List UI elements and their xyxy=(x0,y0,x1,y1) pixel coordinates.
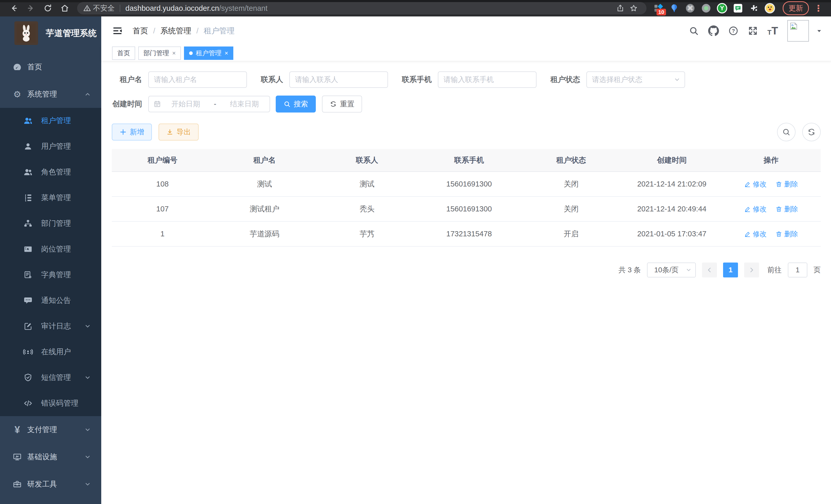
pagination: 共 3 条 10条/页 1 前往 页 xyxy=(112,263,821,277)
sidebar-item-notice[interactable]: 通知公告 xyxy=(0,288,101,314)
page-size-select[interactable]: 10条/页 xyxy=(647,263,696,277)
col-created: 创建时间 xyxy=(622,149,721,172)
goto-page-input[interactable] xyxy=(788,263,807,277)
edit-link-label: 修改 xyxy=(753,205,767,214)
show-search-toggle-button[interactable] xyxy=(777,123,796,141)
mobile-input[interactable] xyxy=(438,71,537,88)
close-icon[interactable]: × xyxy=(172,50,176,57)
cell-contact: 秃头 xyxy=(316,197,418,221)
delete-link-label: 删除 xyxy=(784,229,798,239)
sidebar-item-errcode[interactable]: 错误码管理 xyxy=(0,390,101,416)
col-tenant-id: 租户编号 xyxy=(112,149,213,172)
sidebar-item-sms[interactable]: 短信管理 xyxy=(0,365,101,390)
fullscreen-icon[interactable] xyxy=(748,26,758,36)
sidebar-item-post[interactable]: 岗位管理 xyxy=(0,236,101,262)
chevron-down-icon xyxy=(84,374,91,381)
add-button[interactable]: 新增 xyxy=(112,124,152,141)
extension-balloon-icon[interactable] xyxy=(667,2,681,15)
edit-link[interactable]: 修改 xyxy=(744,229,767,239)
cell-contact: 芋艿 xyxy=(316,221,418,246)
sidebar-item-label: 部门管理 xyxy=(41,218,71,229)
delete-link[interactable]: 删除 xyxy=(775,205,798,214)
logo-row[interactable]: 芋道管理系统 xyxy=(0,17,101,50)
sidebar-item-infra[interactable]: 基础设施 xyxy=(0,443,101,471)
edit-link[interactable]: 修改 xyxy=(744,180,767,189)
extensions-puzzle-icon[interactable] xyxy=(747,2,761,15)
sidebar-item-label: 通知公告 xyxy=(41,295,71,306)
delete-link-label: 删除 xyxy=(784,180,798,189)
reset-button[interactable]: 重置 xyxy=(322,95,362,113)
user-icon xyxy=(23,142,33,151)
sidebar-item-user[interactable]: 用户管理 xyxy=(0,134,101,159)
profile-avatar-emoji[interactable] xyxy=(763,2,776,15)
sidebar-item-role[interactable]: 角色管理 xyxy=(0,159,101,185)
extension-gray-dot-icon[interactable] xyxy=(699,2,713,15)
help-icon[interactable]: ? xyxy=(728,26,739,36)
extension-badge: 10 xyxy=(657,9,666,16)
sidebar-item-dict[interactable]: 字典管理 xyxy=(0,262,101,288)
share-icon[interactable] xyxy=(613,2,627,15)
sidebar-item-devtools[interactable]: 研发工具 xyxy=(0,471,101,498)
avatar-caret-icon[interactable] xyxy=(816,28,822,34)
tab-tenant-active[interactable]: 租户管理 × xyxy=(184,47,233,60)
sidebar-item-audit[interactable]: 审计日志 xyxy=(0,314,101,339)
avatar[interactable] xyxy=(787,20,809,41)
refresh-table-button[interactable] xyxy=(802,123,821,141)
sidebar-item-pay[interactable]: ¥ 支付管理 xyxy=(0,416,101,443)
sidebar-item-menu[interactable]: 菜单管理 xyxy=(0,185,101,211)
breadcrumb-system[interactable]: 系统管理 xyxy=(160,26,191,36)
tenant-name-label: 租户名 xyxy=(112,75,142,85)
reload-icon[interactable] xyxy=(40,2,55,14)
bookmark-star-icon[interactable] xyxy=(627,2,640,15)
breadcrumb-home[interactable]: 首页 xyxy=(133,26,148,36)
range-separator: - xyxy=(214,100,216,108)
tab-dept[interactable]: 部门管理 × xyxy=(138,47,181,60)
forward-icon[interactable] xyxy=(24,2,38,14)
col-actions: 操作 xyxy=(721,149,821,172)
sidebar-item-home[interactable]: 首页 xyxy=(0,53,101,81)
delete-link[interactable]: 删除 xyxy=(775,180,798,189)
browser-update-button[interactable]: 更新 xyxy=(783,1,809,15)
extension-y-green-icon[interactable]: Y xyxy=(715,2,729,15)
extension-blue-diamond-icon[interactable]: 10 xyxy=(652,2,665,15)
sidebar-item-dept[interactable]: 部门管理 xyxy=(0,211,101,236)
home-icon[interactable] xyxy=(58,2,72,14)
roles-icon xyxy=(23,167,33,177)
tenant-name-input[interactable] xyxy=(148,71,247,88)
sidebar-item-system[interactable]: ⚙ 系统管理 xyxy=(0,81,101,108)
github-icon[interactable] xyxy=(708,25,719,36)
svg-text:⌘: ⌘ xyxy=(687,5,693,11)
tab-home[interactable]: 首页 xyxy=(112,47,135,60)
extension-command-icon[interactable]: ⌘ xyxy=(684,2,697,15)
col-status: 租户状态 xyxy=(520,149,622,172)
sidebar-item-label: 基础设施 xyxy=(27,452,57,462)
cell-mobile: 15601691300 xyxy=(418,172,520,197)
back-icon[interactable] xyxy=(7,2,21,14)
export-button-label: 导出 xyxy=(176,127,191,137)
browser-menu-icon[interactable]: ⋮ xyxy=(814,3,823,13)
address-bar[interactable]: 不安全 dashboard.yudao.iocoder.cn /system/t… xyxy=(77,2,647,14)
chevron-down-icon xyxy=(84,426,91,433)
search-button[interactable]: 搜索 xyxy=(276,95,316,113)
page-1-button[interactable]: 1 xyxy=(723,263,738,277)
next-page-button[interactable] xyxy=(744,263,759,277)
close-icon[interactable]: × xyxy=(225,50,228,57)
contact-input[interactable] xyxy=(289,71,388,88)
sidebar-item-tenant[interactable]: 租户管理 xyxy=(0,108,101,134)
delete-link[interactable]: 删除 xyxy=(775,229,798,239)
table-row: 1 芋道源码 芋艿 17321315478 开启 2021-01-05 17:0… xyxy=(112,221,821,246)
sidebar-item-online[interactable]: 在线用户 xyxy=(0,339,101,365)
sidebar-item-label: 研发工具 xyxy=(27,479,57,490)
status-select[interactable] xyxy=(586,71,685,88)
export-button[interactable]: 导出 xyxy=(159,124,199,141)
sidebar-item-label: 角色管理 xyxy=(41,167,71,177)
prev-page-button[interactable] xyxy=(702,263,717,277)
extension-chat-icon[interactable] xyxy=(731,2,745,15)
font-size-icon[interactable]: TT xyxy=(767,26,778,35)
edit-link[interactable]: 修改 xyxy=(744,205,767,214)
date-range-picker[interactable]: 开始日期 - 结束日期 xyxy=(148,96,270,112)
sidebar-menu: 首页 ⚙ 系统管理 租户管理 xyxy=(0,50,101,498)
search-icon[interactable] xyxy=(689,26,699,36)
sidebar-fold-icon[interactable] xyxy=(112,25,123,36)
cell-created: 2021-01-05 17:03:47 xyxy=(622,221,721,246)
